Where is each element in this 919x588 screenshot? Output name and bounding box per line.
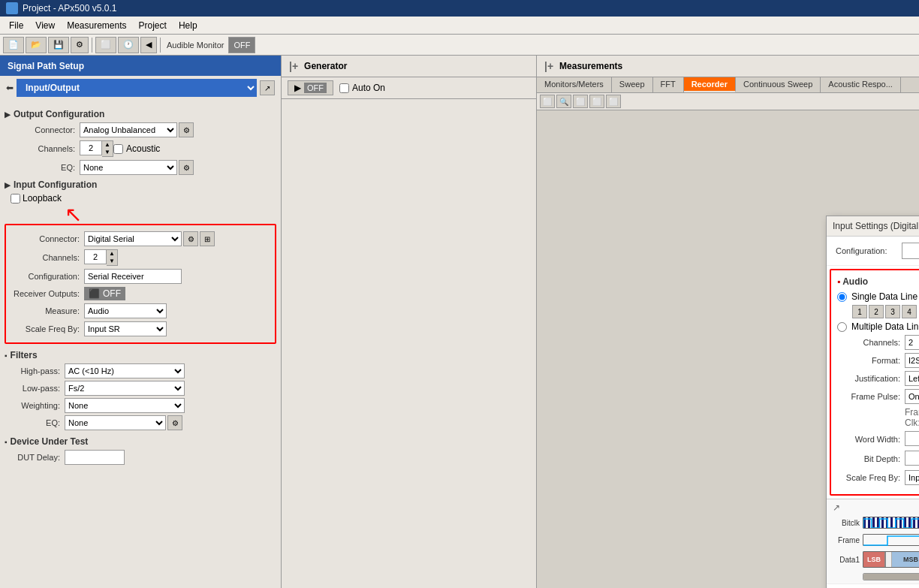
tab-recorder[interactable]: Recorder xyxy=(684,77,736,92)
input-config-row: Configuration: xyxy=(9,269,272,284)
filter-eq-settings-btn[interactable]: ⚙ xyxy=(167,415,182,430)
input-channels-down[interactable]: ▼ xyxy=(107,258,117,265)
toolbar-open-btn[interactable]: 📂 xyxy=(26,37,47,53)
meas-tool-5[interactable]: ⬜ xyxy=(606,95,621,108)
single-line-radio[interactable] xyxy=(837,292,847,302)
audible-monitor-off-btn[interactable]: OFF xyxy=(228,37,255,53)
toolbar-btn-3[interactable]: 🕐 xyxy=(118,37,139,53)
input-channels-up[interactable]: ▲ xyxy=(107,250,117,258)
tab-acoustic[interactable]: Acoustic Respo... xyxy=(821,77,901,92)
dut-title: Device Under Test xyxy=(11,436,89,447)
main-layout: Signal Path Setup ⬅ Input/Output ↗ ▶ Out… xyxy=(0,56,919,588)
toolbar-btn-4[interactable]: ◀ xyxy=(140,37,157,53)
format-select[interactable]: I2S xyxy=(905,353,919,368)
lowpass-label: Low-pass: xyxy=(5,384,65,393)
acoustic-label: Acoustic xyxy=(126,143,160,154)
toolbar-settings-btn[interactable]: ⚙ xyxy=(71,37,89,53)
input-config-header: ▶ Input Configuration xyxy=(5,179,276,190)
frame-label: Frame xyxy=(833,536,863,544)
measurements-title: Measurements xyxy=(559,61,622,71)
right-area: |+ Generator ▶ OFF Auto On xyxy=(282,56,919,588)
loopback-label: Loopback xyxy=(11,193,276,204)
multi-line-radio[interactable] xyxy=(837,322,847,332)
highpass-label: High-pass: xyxy=(5,366,65,375)
weighting-select[interactable]: None xyxy=(65,398,185,413)
eq-select[interactable]: None xyxy=(80,160,177,175)
meas-tool-4[interactable]: ⬜ xyxy=(589,95,604,108)
tab-continuous[interactable]: Continuous Sweep xyxy=(736,77,821,92)
menu-file[interactable]: File xyxy=(3,19,29,32)
word-width-label: Word Width: xyxy=(837,435,905,444)
input-connector-select[interactable]: Digital Serial xyxy=(84,231,182,246)
output-config-title: Output Configuration xyxy=(14,109,104,119)
dut-delay-input[interactable]: 0.000 s xyxy=(65,450,125,465)
tdm-btn-4[interactable]: 4 xyxy=(902,305,917,318)
word-width-input[interactable] xyxy=(905,431,919,446)
lowpass-select[interactable]: Fs/2 xyxy=(65,381,185,396)
connector-settings-btn[interactable]: ⚙ xyxy=(179,122,194,137)
filter-eq-select[interactable]: None xyxy=(65,415,166,430)
toolbar-new-btn[interactable]: 📄 xyxy=(3,37,24,53)
dut-delay-label: DUT Delay: xyxy=(5,453,65,462)
tab-sweep[interactable]: Sweep xyxy=(612,77,653,92)
word-width-row: Word Width: ▲ ▼ xyxy=(837,431,919,448)
measure-label: Measure: xyxy=(9,306,84,315)
justification-select[interactable]: Left Justified xyxy=(905,371,919,386)
tdm-btn-3[interactable]: 3 xyxy=(885,305,900,318)
title-bar: Project - APx500 v5.0.1 xyxy=(0,0,919,17)
scale-freq-select[interactable]: Input SR xyxy=(84,321,167,336)
input-channels-input[interactable] xyxy=(84,249,107,264)
gap1 xyxy=(886,552,892,567)
panel-back-btn[interactable]: ⬅ xyxy=(6,83,14,93)
input-output-dropdown[interactable]: Input/Output xyxy=(17,79,257,97)
tab-monitors[interactable]: Monitors/Meters xyxy=(537,77,612,92)
input-connector-settings-btn[interactable]: ⚙ xyxy=(183,231,198,246)
waveform-expand-btn[interactable]: ↗ xyxy=(833,502,840,513)
toolbar-save-btn[interactable]: 💾 xyxy=(48,37,69,53)
menu-view[interactable]: View xyxy=(29,19,61,32)
input-channels-spinner[interactable]: ▲ ▼ xyxy=(84,249,118,266)
output-config-header: ▶ Output Configuration xyxy=(5,109,276,119)
bit-depth-spinner: ▲ ▼ xyxy=(905,451,919,467)
scrollbar-thumb[interactable] xyxy=(863,574,919,580)
meas-tool-3[interactable]: ⬜ xyxy=(573,95,588,108)
data1-wave: LSB MSB Ch1 LSB MSB xyxy=(863,551,919,568)
scale-freq-field-select[interactable]: Input SR xyxy=(905,470,919,485)
input-config-input[interactable] xyxy=(84,269,182,284)
waveform-scrollbar[interactable] xyxy=(863,573,919,580)
filters-header: ▪ Filters xyxy=(5,350,276,360)
channels-up-arrow[interactable]: ▲ xyxy=(102,141,113,149)
acoustic-checkbox[interactable] xyxy=(113,144,123,154)
tab-fft[interactable]: FFT xyxy=(653,77,684,92)
meas-tool-2[interactable]: 🔍 xyxy=(556,95,571,108)
generator-play-btn[interactable]: ▶ OFF xyxy=(288,80,333,95)
frame-wave xyxy=(863,534,919,546)
channels-input[interactable] xyxy=(80,140,102,155)
frame-pulse-select[interactable]: One Subframe xyxy=(905,389,919,404)
measurements-expand-icon: |+ xyxy=(544,60,553,72)
measure-select[interactable]: Audio xyxy=(84,303,167,318)
red-arrow-container: ↙ xyxy=(65,204,276,228)
channels-spinner[interactable]: ▲ ▼ xyxy=(80,140,113,157)
channels-field-select[interactable]: 2 xyxy=(905,335,919,350)
auto-on-checkbox[interactable] xyxy=(339,83,349,93)
input-connector-grid-btn[interactable]: ⊞ xyxy=(200,231,215,246)
connector-select[interactable]: Analog Unbalanced xyxy=(80,122,177,137)
eq-settings-btn[interactable]: ⚙ xyxy=(179,160,194,175)
receiver-outputs-toggle[interactable]: ⬛ OFF xyxy=(84,287,125,300)
panel-expand-btn[interactable]: ↗ xyxy=(260,80,275,95)
dialog-config-input[interactable]: Serial Receiver xyxy=(902,243,919,259)
menu-project[interactable]: Project xyxy=(133,19,173,32)
channels-down-arrow[interactable]: ▼ xyxy=(102,149,113,156)
bit-depth-input[interactable] xyxy=(905,451,919,466)
toolbar-btn-2[interactable]: ⬜ xyxy=(95,37,116,53)
measurements-header: |+ Measurements xyxy=(537,56,919,77)
meas-tool-1[interactable]: ⬜ xyxy=(540,95,555,108)
tdm-btn-1[interactable]: 1 xyxy=(852,305,867,318)
waveform-header-row: ↗ xyxy=(833,502,919,513)
loopback-checkbox[interactable] xyxy=(11,194,20,204)
tdm-btn-2[interactable]: 2 xyxy=(869,305,884,318)
menu-help[interactable]: Help xyxy=(173,19,203,32)
menu-measurements[interactable]: Measurements xyxy=(61,19,132,32)
highpass-select[interactable]: AC (<10 Hz) xyxy=(65,363,185,378)
